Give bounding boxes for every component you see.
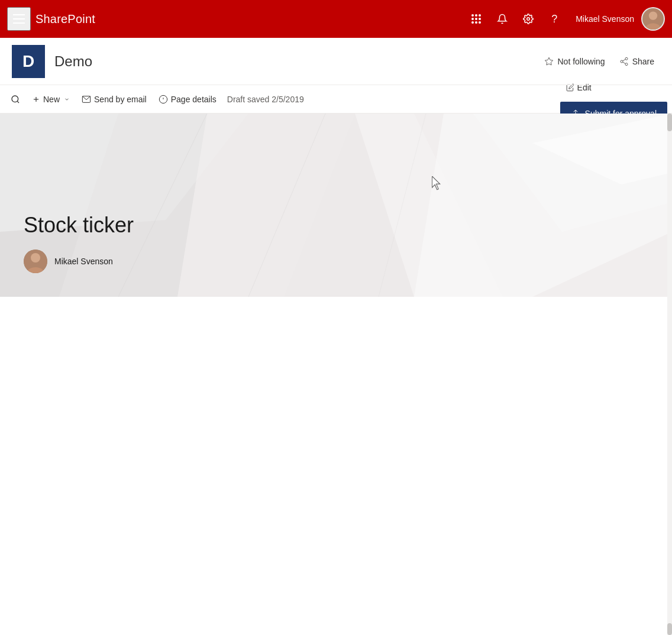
- send-email-button[interactable]: Send by email: [76, 85, 153, 114]
- svg-point-7: [625, 63, 628, 65]
- scrollbar-track[interactable]: [667, 114, 672, 297]
- page-details-label: Page details: [171, 95, 217, 104]
- site-icon: D: [12, 45, 45, 78]
- svg-point-2: [649, 11, 657, 20]
- search-button[interactable]: [5, 85, 26, 114]
- site-header-right: Not following Share: [538, 53, 660, 70]
- page-details-button[interactable]: Page details: [153, 85, 222, 114]
- notifications-icon-btn[interactable]: [490, 7, 514, 31]
- toolbar: New Send by email Page details Draft sav…: [0, 85, 672, 114]
- user-name: Mikael Svenson: [576, 14, 634, 24]
- settings-icon-btn[interactable]: [516, 7, 540, 31]
- share-icon: [619, 57, 629, 66]
- help-icon-btn[interactable]: ?: [542, 7, 566, 31]
- new-label: New: [43, 95, 60, 104]
- svg-line-11: [17, 101, 19, 103]
- topbar-right: ? Mikael Svenson: [464, 7, 665, 31]
- chevron-down-icon: [64, 96, 70, 102]
- brand-name: SharePoint: [35, 12, 95, 26]
- svg-point-31: [31, 253, 40, 263]
- gear-icon: [523, 14, 534, 24]
- share-button[interactable]: Share: [613, 53, 660, 70]
- plus-icon: [32, 95, 40, 103]
- svg-point-0: [527, 18, 530, 21]
- draft-status: Draft saved 2/5/2019: [227, 95, 304, 104]
- svg-point-5: [625, 57, 628, 60]
- svg-point-6: [621, 60, 623, 63]
- svg-marker-4: [545, 57, 553, 65]
- svg-line-9: [622, 59, 625, 61]
- search-icon: [11, 95, 20, 104]
- site-icon-letter: D: [22, 52, 34, 71]
- star-icon: [544, 57, 554, 66]
- bell-icon: [497, 14, 508, 24]
- right-scrollbar-thumb[interactable]: [667, 623, 672, 635]
- hero-content: Stock ticker Mikael Svenson: [24, 213, 134, 273]
- page-details-icon: [159, 95, 168, 104]
- right-scrollbar-track[interactable]: [667, 297, 672, 635]
- site-header: D Demo Not following Share: [0, 38, 672, 85]
- author-name: Mikael Svenson: [54, 257, 113, 266]
- share-label: Share: [632, 57, 654, 66]
- site-title: Demo: [54, 53, 92, 70]
- hamburger-menu[interactable]: [7, 7, 31, 31]
- new-button[interactable]: New: [26, 85, 76, 114]
- author-info: Mikael Svenson: [24, 250, 134, 273]
- svg-line-8: [622, 62, 625, 64]
- send-email-label: Send by email: [94, 95, 147, 104]
- hero-section: Stock ticker Mikael Svenson: [0, 114, 672, 297]
- user-avatar[interactable]: [641, 7, 665, 31]
- follow-label: Not following: [557, 57, 605, 66]
- grid-dots-icon: [471, 14, 481, 24]
- scrollbar-thumb[interactable]: [667, 114, 672, 131]
- main-content: [0, 297, 672, 635]
- page-title: Stock ticker: [24, 213, 134, 238]
- email-icon: [82, 95, 91, 104]
- author-avatar: [24, 250, 47, 273]
- topbar: SharePoint ? Mikael Svenson: [0, 0, 672, 38]
- follow-button[interactable]: Not following: [538, 53, 610, 70]
- help-icon: ?: [551, 13, 557, 25]
- apps-icon-btn[interactable]: [464, 7, 488, 31]
- svg-point-10: [12, 96, 18, 102]
